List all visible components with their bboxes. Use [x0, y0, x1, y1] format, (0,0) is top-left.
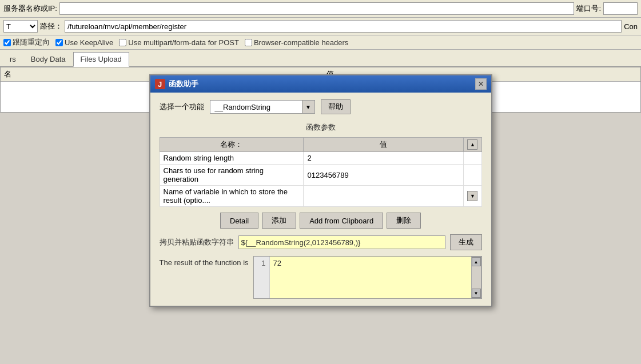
dialog-close-button[interactable]: ✕ [475, 78, 487, 90]
func-select-row: 选择一个功能 __RandomString ▼ 帮助 [160, 99, 482, 113]
help-button[interactable]: 帮助 [321, 99, 351, 113]
dialog-titlebar: J 函数助手 ✕ [150, 75, 491, 93]
func-select-dropdown-arrow[interactable]: ▼ [302, 101, 314, 113]
dialog-title: 函数助手 [169, 79, 198, 89]
select-func-label: 选择一个功能 [160, 102, 204, 112]
java-icon: J [155, 79, 165, 89]
func-select-value: __RandomString [210, 102, 302, 113]
function-helper-dialog: J 函数助手 ✕ 选择一个功能 __RandomString ▼ 帮助 函数参数 [149, 74, 492, 113]
dialog-body: 选择一个功能 __RandomString ▼ 帮助 函数参数 名称： 值 ▲ [150, 93, 491, 113]
dialog-title-left: J 函数助手 [155, 79, 198, 89]
func-select-combo[interactable]: __RandomString ▼ [210, 100, 315, 113]
dialog-overlay: J 函数助手 ✕ 选择一个功能 __RandomString ▼ 帮助 函数参数 [0, 0, 641, 113]
